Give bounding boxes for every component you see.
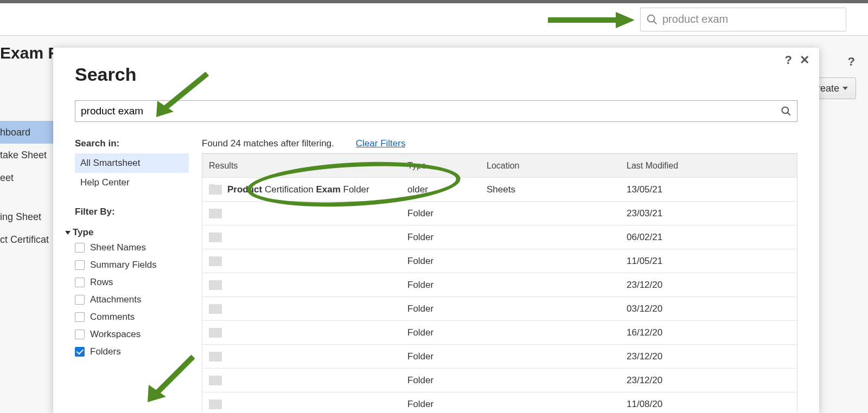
modal-search[interactable] bbox=[75, 100, 797, 122]
col-header-location[interactable]: Location bbox=[482, 161, 622, 171]
sidebar-item[interactable]: eet bbox=[0, 166, 54, 189]
result-type: Folder bbox=[403, 256, 482, 267]
filter-comments[interactable]: Comments bbox=[75, 312, 189, 322]
col-header-type[interactable]: Type bbox=[403, 161, 482, 171]
filter-rows[interactable]: Rows bbox=[75, 277, 189, 288]
results-header: Results Type Location Last Modified bbox=[202, 154, 797, 178]
filter-attachments[interactable]: Attachments bbox=[75, 294, 189, 305]
result-modified: 23/03/21 bbox=[622, 208, 786, 219]
result-row[interactable]: Folder23/12/20 bbox=[202, 273, 797, 297]
result-type: older bbox=[403, 184, 482, 195]
results-panel: Found 24 matches after filtering. Clear … bbox=[202, 138, 797, 406]
clear-filters-link[interactable]: Clear Filters bbox=[356, 138, 406, 149]
result-location: Sheets bbox=[482, 184, 622, 195]
filter-label: Summary Fields bbox=[90, 260, 157, 270]
result-modified: 11/08/20 bbox=[622, 399, 786, 410]
global-search-input[interactable] bbox=[662, 13, 840, 25]
svg-line-1 bbox=[654, 21, 657, 24]
col-header-modified[interactable]: Last Modified bbox=[622, 161, 786, 171]
filter-type-header[interactable]: Type bbox=[65, 227, 189, 238]
result-row[interactable]: Folder06/02/21 bbox=[202, 225, 797, 249]
sidebar-item[interactable]: hboard bbox=[0, 121, 54, 144]
filter-label: Comments bbox=[90, 312, 135, 322]
svg-point-0 bbox=[648, 15, 655, 22]
filter-label: Sheet Names bbox=[90, 242, 146, 253]
folder-icon bbox=[209, 304, 222, 314]
result-row[interactable]: Folder03/12/20 bbox=[202, 297, 797, 321]
global-search[interactable] bbox=[640, 8, 846, 31]
result-modified: 13/05/21 bbox=[622, 184, 786, 195]
results-summary: Found 24 matches after filtering. bbox=[202, 138, 334, 149]
folder-icon bbox=[209, 328, 222, 338]
result-type: Folder bbox=[403, 399, 482, 410]
result-row[interactable]: Product Certification Exam FolderolderSh… bbox=[202, 178, 797, 202]
result-row[interactable]: Folder11/08/20 bbox=[202, 392, 797, 413]
result-type: Folder bbox=[403, 304, 482, 314]
caret-down-icon bbox=[843, 87, 848, 90]
background-sidebar: hboard take Sheet eet ing Sheet ct Certi… bbox=[0, 121, 54, 251]
svg-line-3 bbox=[788, 113, 790, 115]
folder-icon bbox=[209, 399, 222, 409]
folder-icon bbox=[209, 376, 222, 385]
filter-type-label: Type bbox=[73, 227, 93, 238]
checkbox-icon bbox=[75, 330, 85, 339]
svg-point-2 bbox=[782, 107, 789, 114]
result-row[interactable]: Folder11/05/21 bbox=[202, 249, 797, 273]
result-modified: 23/12/20 bbox=[622, 375, 786, 386]
folder-icon bbox=[209, 185, 222, 195]
folder-icon bbox=[209, 209, 222, 218]
result-type: Folder bbox=[403, 280, 482, 291]
filter-label: Rows bbox=[90, 277, 113, 288]
search-modal: ? ✕ Search Search in: All Smartsheet Hel… bbox=[53, 48, 819, 413]
checkbox-icon bbox=[75, 278, 85, 287]
search-icon bbox=[646, 14, 658, 25]
checkbox-icon bbox=[75, 243, 85, 253]
folder-icon bbox=[209, 256, 222, 266]
result-modified: 16/12/20 bbox=[622, 327, 786, 338]
help-button-bg[interactable]: ? bbox=[848, 55, 855, 69]
filter-label: Attachments bbox=[90, 294, 142, 305]
result-modified: 06/02/21 bbox=[622, 232, 786, 243]
checkbox-icon bbox=[75, 295, 85, 305]
folder-icon bbox=[209, 352, 222, 362]
filter-summary-fields[interactable]: Summary Fields bbox=[75, 260, 189, 270]
result-type: Folder bbox=[403, 375, 482, 386]
result-row[interactable]: Folder23/12/20 bbox=[202, 369, 797, 392]
checkbox-icon bbox=[75, 312, 85, 322]
sidebar-item[interactable]: take Sheet bbox=[0, 144, 54, 166]
col-header-results[interactable]: Results bbox=[202, 161, 403, 171]
checkbox-icon bbox=[75, 347, 85, 357]
result-modified: 23/12/20 bbox=[622, 351, 786, 362]
filters-panel: Search in: All Smartsheet Help Center Fi… bbox=[75, 138, 189, 406]
modal-help-button[interactable]: ? bbox=[785, 53, 792, 67]
page-title-partial: Exam F bbox=[0, 44, 58, 62]
folder-icon bbox=[209, 233, 222, 242]
result-row[interactable]: Folder16/12/20 bbox=[202, 321, 797, 345]
filter-folders[interactable]: Folders bbox=[75, 346, 189, 357]
folder-icon bbox=[209, 280, 222, 290]
scope-help-center[interactable]: Help Center bbox=[75, 173, 189, 192]
filter-label: Workspaces bbox=[90, 329, 141, 340]
result-row[interactable]: Folder23/03/21 bbox=[202, 202, 797, 225]
modal-title: Search bbox=[75, 64, 797, 85]
result-type: Folder bbox=[403, 351, 482, 362]
modal-close-button[interactable]: ✕ bbox=[800, 53, 809, 67]
scope-all-smartsheet[interactable]: All Smartsheet bbox=[75, 153, 189, 173]
result-modified: 03/12/20 bbox=[622, 304, 786, 314]
sidebar-item[interactable]: ing Sheet bbox=[0, 205, 54, 228]
results-table: Results Type Location Last Modified Prod… bbox=[202, 153, 797, 413]
filter-sheet-names[interactable]: Sheet Names bbox=[75, 242, 189, 253]
search-icon bbox=[781, 106, 792, 117]
result-row[interactable]: Folder23/12/20 bbox=[202, 345, 797, 369]
top-bar bbox=[0, 3, 868, 36]
checkbox-icon bbox=[75, 260, 85, 270]
modal-search-input[interactable] bbox=[81, 105, 776, 117]
filter-label: Folders bbox=[90, 346, 121, 357]
result-type: Folder bbox=[403, 327, 482, 338]
result-modified: 11/05/21 bbox=[622, 256, 786, 267]
sidebar-item[interactable]: ct Certificat bbox=[0, 228, 54, 251]
result-modified: 23/12/20 bbox=[622, 280, 786, 291]
result-type: Folder bbox=[403, 208, 482, 219]
filter-by-label: Filter By: bbox=[75, 206, 189, 217]
filter-workspaces[interactable]: Workspaces bbox=[75, 329, 189, 340]
